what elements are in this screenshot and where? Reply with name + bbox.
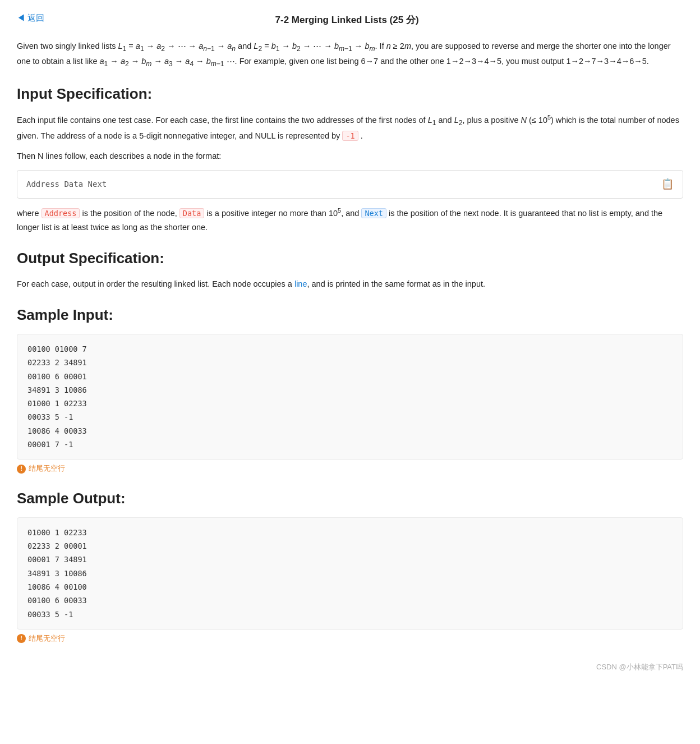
footer-credit: CSDN @小林能拿下PAT吗 — [17, 662, 683, 673]
warning-icon: ! — [17, 465, 26, 474]
copy-icon[interactable]: 📋 — [661, 176, 674, 192]
sample-output-line: 00001 7 34891 — [27, 553, 673, 566]
sample-input-line: 02233 2 34891 — [27, 356, 673, 369]
back-link[interactable]: ◀ 返回 — [17, 11, 44, 25]
sample-input-line: 34891 3 10086 — [27, 383, 673, 397]
sample-output-line: 00100 6 00033 — [27, 594, 673, 607]
sample-input-line: 01000 1 02233 — [27, 397, 673, 410]
page-title: 7-2 Merging Linked Lists (25 分) — [275, 15, 419, 25]
back-arrow-icon: ◀ 返回 — [17, 11, 44, 25]
sample-input-title: Sample Input: — [17, 304, 683, 327]
format-line-text: Address Data Next — [26, 178, 107, 190]
input-spec-body: Each input file contains one test case. … — [17, 112, 683, 143]
sample-output-line: 00033 5 -1 — [27, 608, 673, 621]
input-spec-title: Input Specification: — [17, 82, 683, 106]
data-badge: Data — [179, 208, 205, 218]
sample-output-line: 01000 1 02233 — [27, 526, 673, 539]
where-description: where Address is the position of the nod… — [17, 205, 683, 235]
next-badge: Next — [361, 208, 386, 218]
sample-output-title: Sample Output: — [17, 487, 683, 511]
sample-output-line: 34891 3 10086 — [27, 567, 673, 580]
sample-output-line: 10086 4 00100 — [27, 580, 673, 594]
sample-input-block: 00100 01000 7 02233 2 34891 00100 6 0000… — [17, 334, 683, 460]
warning-icon-2: ! — [17, 634, 26, 643]
intro-paragraph: Given two singly linked lists L1 = a1 → … — [17, 39, 683, 70]
input-format-intro: Then N lines follow, each describes a no… — [17, 149, 683, 163]
null-value-badge: -1 — [342, 131, 358, 141]
format-box: Address Data Next 📋 — [17, 170, 683, 199]
sample-input-line: 00100 6 00001 — [27, 370, 673, 383]
sample-input-line: 10086 4 00033 — [27, 424, 673, 438]
sample-output-line: 02233 2 00001 — [27, 539, 673, 553]
address-badge: Address — [42, 208, 80, 218]
sample-input-note: ! 结尾无空行 — [17, 463, 683, 475]
output-spec-title: Output Specification: — [17, 247, 683, 270]
sample-input-line: 00100 01000 7 — [27, 342, 673, 356]
output-spec-body: For each case, output in order the resul… — [17, 277, 683, 291]
sample-output-block: 01000 1 02233 02233 2 00001 00001 7 3489… — [17, 517, 683, 630]
sample-input-line: 00033 5 -1 — [27, 410, 673, 424]
sample-output-note: ! 结尾无空行 — [17, 633, 683, 645]
sample-input-line: 00001 7 -1 — [27, 438, 673, 451]
